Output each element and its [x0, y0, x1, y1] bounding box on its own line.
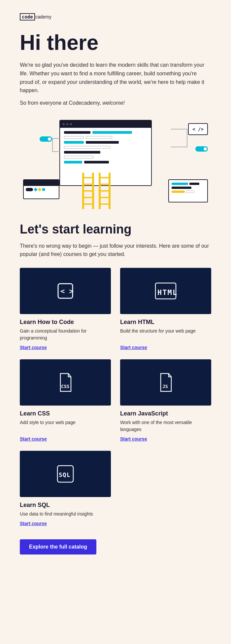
svg-text:SQL: SQL: [59, 471, 71, 478]
course-title-html: Learn HTML: [120, 319, 211, 326]
ladder-right: [97, 173, 112, 209]
cta-wrapper: Explore the full catalog: [20, 539, 211, 555]
toggle-right: [195, 146, 208, 152]
svg-text:CSS: CSS: [61, 384, 69, 389]
course-card-sql: SQL Learn SQL Use data to find meaningfu…: [20, 451, 111, 526]
course-desc-js: Work with one of the most versatile lang…: [120, 419, 211, 433]
course-thumbnail-js[interactable]: JS: [120, 359, 211, 406]
course-card-html: HTML Learn HTML Build the structure for …: [120, 268, 211, 350]
course-desc-sql: Use data to find meaningful insights: [20, 511, 111, 518]
toggle-topleft: [40, 136, 52, 142]
logo-cademy: cademy: [35, 14, 51, 19]
intro-text: We're so glad you've decided to learn th…: [20, 61, 211, 94]
course-thumbnail-code[interactable]: < >: [20, 268, 111, 314]
illustration-container: < />: [20, 117, 211, 209]
logo: code cademy: [20, 13, 211, 20]
welcome-text: So from everyone at Codecademy, welcome!: [20, 100, 211, 106]
section-desc: There's no wrong way to begin — just fol…: [20, 242, 211, 259]
hero-heading: Hi there: [20, 31, 211, 54]
course-card-js: JS Learn JavaScript Work with one of the…: [120, 359, 211, 442]
code-bracket-box: < />: [188, 123, 208, 135]
svg-text:< >: < >: [60, 287, 74, 295]
course-title-css: Learn CSS: [20, 410, 111, 417]
email-container: code cademy Hi there We're so glad you'v…: [0, 0, 231, 644]
course-thumbnail-sql[interactable]: SQL: [20, 451, 111, 497]
course-title-sql: Learn SQL: [20, 502, 111, 509]
course-thumbnail-css[interactable]: CSS: [20, 359, 111, 406]
start-link-js[interactable]: Start course: [120, 436, 211, 442]
start-link-html[interactable]: Start course: [120, 345, 211, 350]
logo-code: code: [20, 13, 35, 20]
hero-illustration: < />: [23, 117, 208, 209]
explore-catalog-button[interactable]: Explore the full catalog: [20, 539, 96, 555]
course-single-row: SQL Learn SQL Use data to find meaningfu…: [20, 451, 211, 526]
small-panel-right: [168, 179, 208, 202]
start-link-sql[interactable]: Start course: [20, 521, 111, 526]
svg-text:JS: JS: [162, 384, 168, 389]
ladder-left: [81, 173, 95, 209]
small-box-left: [23, 179, 59, 199]
course-thumbnail-html[interactable]: HTML: [120, 268, 211, 314]
course-card-code: < > Learn How to Code Gain a conceptual …: [20, 268, 111, 350]
start-link-code[interactable]: Start course: [20, 345, 111, 350]
svg-text:HTML: HTML: [157, 288, 177, 297]
start-link-css[interactable]: Start course: [20, 436, 111, 442]
course-desc-html: Build the structure for your web page: [120, 328, 211, 341]
course-title-js: Learn JavaScript: [120, 410, 211, 417]
course-desc-code: Gain a conceptual foundation for program…: [20, 328, 111, 341]
course-desc-css: Add style to your web page: [20, 419, 111, 433]
course-card-css: CSS Learn CSS Add style to your web page…: [20, 359, 111, 442]
section-heading: Let's start learning: [20, 222, 211, 236]
course-grid: < > Learn How to Code Gain a conceptual …: [20, 268, 211, 442]
course-title-code: Learn How to Code: [20, 319, 111, 326]
